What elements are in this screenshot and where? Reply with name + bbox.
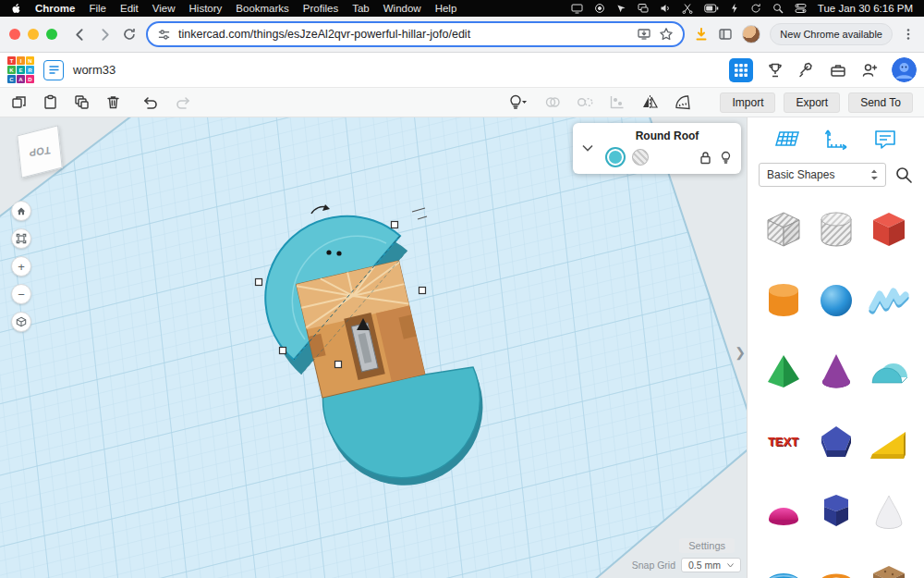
menu-history[interactable]: History	[189, 3, 223, 14]
search-icon[interactable]	[894, 166, 913, 184]
install-icon[interactable]	[637, 27, 651, 42]
rotate-handle-dot[interactable]	[326, 250, 331, 254]
shape-box-transparent[interactable]	[759, 201, 808, 260]
transparent-swatch[interactable]	[632, 149, 649, 166]
shape-hexagonal-prism[interactable]	[811, 482, 861, 541]
mirror-icon[interactable]	[641, 94, 659, 110]
snap-grid-select[interactable]: 0.5 mm	[681, 558, 741, 572]
shape-category-select[interactable]: Basic Shapes	[759, 163, 886, 187]
trophy-icon[interactable]	[766, 61, 784, 80]
duplicate-icon[interactable]	[74, 94, 90, 110]
bookmark-star-icon[interactable]	[659, 27, 674, 42]
sidebar-collapse-chevron[interactable]: ❯	[734, 339, 747, 365]
copy-icon[interactable]	[11, 94, 27, 110]
sync-icon[interactable]	[750, 3, 761, 14]
chrome-update-button[interactable]: New Chrome available	[770, 23, 893, 45]
control-center-icon[interactable]	[795, 3, 807, 14]
workplane-tool-icon[interactable]	[774, 129, 800, 151]
perspective-button[interactable]	[11, 312, 31, 332]
browser-profile-avatar[interactable]	[742, 25, 760, 43]
shape-pyramid[interactable]	[759, 341, 808, 400]
window-minimize-button[interactable]	[28, 29, 39, 40]
shape-cone[interactable]	[811, 341, 861, 400]
shape-polygon[interactable]	[811, 412, 861, 471]
zoom-out-button[interactable]: −	[11, 284, 31, 304]
shape-half-sphere[interactable]	[759, 482, 808, 541]
briefcase-icon[interactable]	[829, 61, 847, 80]
cut-icon[interactable]	[682, 3, 693, 14]
redo-icon[interactable]	[175, 95, 191, 110]
shape-scribble[interactable]	[864, 271, 914, 330]
shape-wedge[interactable]	[864, 412, 914, 471]
shape-box[interactable]	[864, 201, 914, 260]
apple-menu[interactable]	[11, 3, 21, 15]
battery-icon[interactable]	[704, 4, 719, 13]
fit-view-button[interactable]	[11, 228, 31, 249]
menu-window[interactable]: Window	[383, 3, 421, 14]
rotate-handle-dot[interactable]	[336, 251, 341, 255]
shape-cylinder[interactable]	[759, 271, 808, 330]
home-view-button[interactable]	[11, 201, 31, 221]
menu-profiles[interactable]: Profiles	[303, 3, 338, 14]
window-zoom-button[interactable]	[46, 29, 57, 40]
location-icon[interactable]	[616, 4, 626, 14]
forward-button[interactable]	[97, 27, 113, 43]
tools-icon[interactable]	[797, 61, 816, 80]
menu-app-name[interactable]: Chrome	[35, 3, 75, 14]
volume-icon[interactable]	[660, 3, 671, 14]
shape-torus-thin[interactable]	[811, 552, 861, 578]
window-close-button[interactable]	[9, 29, 20, 40]
invite-person-icon[interactable]	[860, 61, 879, 80]
settings-button[interactable]: Settings	[679, 538, 735, 553]
color-swatch-selected[interactable]	[607, 149, 624, 166]
export-button[interactable]: Export	[784, 92, 840, 113]
menu-tab[interactable]: Tab	[352, 3, 370, 14]
shape-torus[interactable]	[759, 552, 808, 578]
shape-textured-box[interactable]	[864, 552, 914, 578]
download-icon[interactable]	[694, 27, 709, 42]
notes-tool-icon[interactable]	[873, 129, 897, 151]
ruler-icon[interactable]	[675, 94, 691, 110]
shape-sphere[interactable]	[811, 271, 861, 330]
ungroup-icon[interactable]	[577, 94, 593, 110]
apps-grid-button[interactable]	[729, 58, 753, 82]
lock-icon[interactable]	[699, 151, 711, 165]
spotlight-icon[interactable]	[772, 3, 784, 14]
show-all-bulb-icon[interactable]	[508, 94, 529, 110]
collapse-inspector-button[interactable]	[578, 129, 597, 166]
site-info-icon[interactable]	[157, 28, 171, 42]
browser-menu-icon[interactable]	[902, 28, 915, 41]
hide-bulb-icon[interactable]	[720, 151, 732, 165]
undo-icon[interactable]	[142, 95, 159, 110]
menu-bookmarks[interactable]: Bookmarks	[236, 3, 289, 14]
menu-edit[interactable]: Edit	[120, 3, 139, 14]
paste-icon[interactable]	[43, 94, 58, 110]
shape-round-roof[interactable]	[864, 341, 914, 400]
reload-button[interactable]	[122, 27, 137, 42]
menu-file[interactable]: File	[89, 3, 106, 14]
align-icon[interactable]	[609, 94, 626, 110]
address-bar[interactable]: tinkercad.com/things/esJzeAl2qvr-powerfu…	[146, 21, 685, 47]
shape-paraboloid[interactable]	[864, 482, 914, 541]
record-icon[interactable]	[594, 3, 605, 14]
design-properties-button[interactable]	[43, 60, 64, 80]
menu-help[interactable]: Help	[435, 3, 457, 14]
group-icon[interactable]	[544, 94, 561, 110]
charging-icon[interactable]	[730, 3, 739, 14]
url-text[interactable]: tinkercad.com/things/esJzeAl2qvr-powerfu…	[178, 28, 629, 41]
ruler-tool-icon[interactable]	[824, 129, 848, 151]
tinkercad-logo[interactable]: TIN KER CAD	[7, 56, 34, 83]
import-button[interactable]: Import	[720, 92, 775, 113]
3d-viewport[interactable]: TOP + − Round Roof Sett	[0, 117, 747, 578]
scene-svg[interactable]	[0, 117, 747, 578]
design-title[interactable]: worm33	[73, 63, 116, 77]
screen-mirroring-icon[interactable]	[638, 3, 649, 14]
display-icon[interactable]	[571, 3, 583, 14]
delete-icon[interactable]	[105, 94, 121, 110]
shape-cylinder-transparent[interactable]	[811, 201, 861, 260]
menu-view[interactable]: View	[152, 3, 176, 14]
user-avatar[interactable]	[892, 57, 917, 82]
zoom-in-button[interactable]: +	[11, 256, 31, 277]
shape-text[interactable]: TEXT	[759, 412, 808, 471]
sidebar-toggle-icon[interactable]	[718, 27, 733, 42]
